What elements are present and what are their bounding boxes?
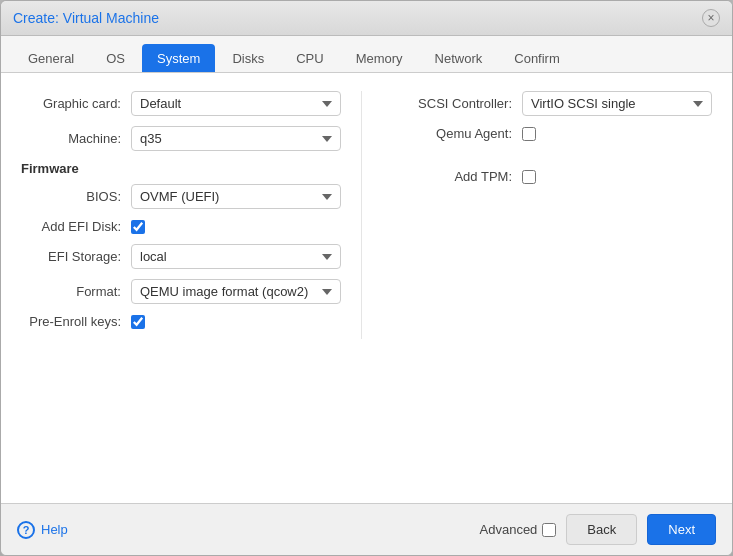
qemu-agent-checkbox[interactable] <box>522 127 536 141</box>
qemu-agent-checkbox-container[interactable] <box>522 127 536 141</box>
tab-confirm[interactable]: Confirm <box>499 44 575 72</box>
window-title: Create: Virtual Machine <box>13 10 159 26</box>
format-label: Format: <box>21 284 131 299</box>
scsi-controller-control[interactable]: VirtIO SCSI single <box>522 91 712 116</box>
next-button[interactable]: Next <box>647 514 716 545</box>
pre-enroll-checkbox[interactable] <box>131 315 145 329</box>
right-column: SCSI Controller: VirtIO SCSI single Qemu… <box>362 91 712 339</box>
efi-storage-row: EFI Storage: local <box>21 244 341 269</box>
left-column: Graphic card: Default Machine: q35 <box>21 91 362 339</box>
add-efi-disk-checkbox-container[interactable] <box>131 220 145 234</box>
machine-control[interactable]: q35 <box>131 126 341 151</box>
efi-storage-label: EFI Storage: <box>21 249 131 264</box>
title-bar: Create: Virtual Machine × <box>1 1 732 36</box>
graphic-card-row: Graphic card: Default <box>21 91 341 116</box>
efi-storage-select[interactable]: local <box>131 244 341 269</box>
window: Create: Virtual Machine × General OS Sys… <box>0 0 733 556</box>
qemu-agent-label: Qemu Agent: <box>392 126 522 141</box>
add-tpm-checkbox[interactable] <box>522 170 536 184</box>
graphic-card-label: Graphic card: <box>21 96 131 111</box>
pre-enroll-row: Pre-Enroll keys: <box>21 314 341 329</box>
graphic-card-select[interactable]: Default <box>131 91 341 116</box>
bios-control[interactable]: OVMF (UEFI) <box>131 184 341 209</box>
machine-select[interactable]: q35 <box>131 126 341 151</box>
scsi-controller-label: SCSI Controller: <box>392 96 522 111</box>
two-column-layout: Graphic card: Default Machine: q35 <box>21 91 712 339</box>
bios-row: BIOS: OVMF (UEFI) <box>21 184 341 209</box>
tab-network[interactable]: Network <box>420 44 498 72</box>
advanced-section: Advanced <box>480 522 557 537</box>
add-efi-disk-checkbox[interactable] <box>131 220 145 234</box>
tab-general[interactable]: General <box>13 44 89 72</box>
add-tpm-label: Add TPM: <box>392 169 522 184</box>
format-control[interactable]: QEMU image format (qcow2) <box>131 279 341 304</box>
pre-enroll-label: Pre-Enroll keys: <box>21 314 131 329</box>
scsi-controller-select[interactable]: VirtIO SCSI single <box>522 91 712 116</box>
tab-disks[interactable]: Disks <box>217 44 279 72</box>
bios-select[interactable]: OVMF (UEFI) <box>131 184 341 209</box>
add-tpm-row: Add TPM: <box>392 169 712 184</box>
close-button[interactable]: × <box>702 9 720 27</box>
pre-enroll-checkbox-container[interactable] <box>131 315 145 329</box>
machine-label: Machine: <box>21 131 131 146</box>
form-content: Graphic card: Default Machine: q35 <box>1 73 732 503</box>
help-icon: ? <box>17 521 35 539</box>
footer: ? Help Advanced Back Next <box>1 503 732 555</box>
qemu-agent-row: Qemu Agent: <box>392 126 712 141</box>
graphic-card-control[interactable]: Default <box>131 91 341 116</box>
bios-label: BIOS: <box>21 189 131 204</box>
firmware-section-label: Firmware <box>21 161 341 176</box>
footer-actions: Advanced Back Next <box>480 514 716 545</box>
tab-system[interactable]: System <box>142 44 215 72</box>
help-section[interactable]: ? Help <box>17 521 68 539</box>
scsi-controller-row: SCSI Controller: VirtIO SCSI single <box>392 91 712 116</box>
tab-memory[interactable]: Memory <box>341 44 418 72</box>
tab-os[interactable]: OS <box>91 44 140 72</box>
add-tpm-checkbox-container[interactable] <box>522 170 536 184</box>
back-button[interactable]: Back <box>566 514 637 545</box>
add-efi-disk-label: Add EFI Disk: <box>21 219 131 234</box>
format-select[interactable]: QEMU image format (qcow2) <box>131 279 341 304</box>
efi-storage-control[interactable]: local <box>131 244 341 269</box>
help-label: Help <box>41 522 68 537</box>
machine-row: Machine: q35 <box>21 126 341 151</box>
tabs-bar: General OS System Disks CPU Memory Netwo… <box>1 36 732 73</box>
advanced-checkbox[interactable] <box>542 523 556 537</box>
add-efi-disk-row: Add EFI Disk: <box>21 219 341 234</box>
tab-cpu[interactable]: CPU <box>281 44 338 72</box>
format-row: Format: QEMU image format (qcow2) <box>21 279 341 304</box>
advanced-label-text: Advanced <box>480 522 538 537</box>
